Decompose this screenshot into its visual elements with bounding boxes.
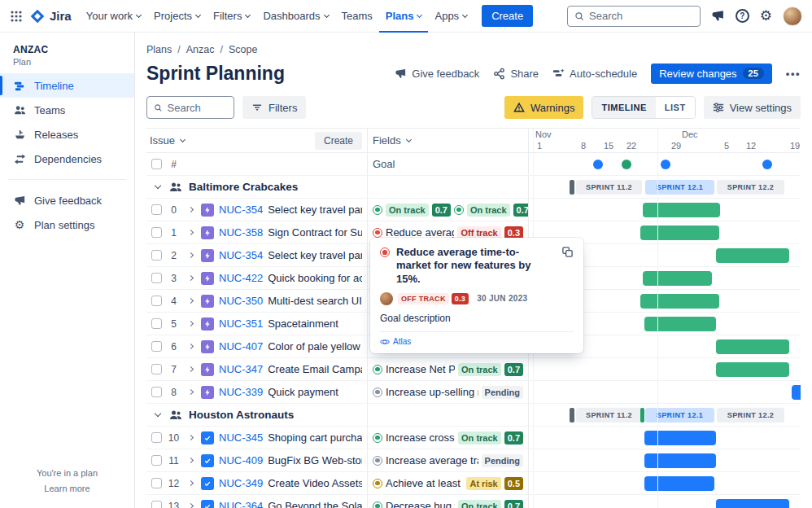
expand-chevron-icon[interactable] (188, 321, 194, 326)
user-avatar[interactable] (783, 7, 802, 26)
collapse-chevron-icon[interactable] (155, 410, 161, 417)
sidebar-item-plan-settings[interactable]: ⚙ Plan settings (0, 212, 134, 237)
goal-owner-avatar[interactable] (380, 292, 393, 305)
collapse-chevron-icon[interactable] (155, 182, 161, 189)
row-checkbox[interactable] (151, 204, 162, 215)
issue-key-link[interactable]: NUC-350 (219, 295, 263, 307)
expand-chevron-icon[interactable] (188, 389, 194, 395)
row-checkbox[interactable] (151, 478, 162, 488)
issue-summary[interactable]: Select key travel partners for t... (268, 249, 362, 261)
issue-row[interactable]: 10 NUC-345 Shoping cart purchasing issue… (146, 427, 801, 449)
issue-summary[interactable]: Select key travel partners for t... (268, 204, 362, 216)
goal-status-badge[interactable]: On track (467, 204, 510, 217)
breadcrumb-plans[interactable]: Plans (146, 44, 172, 55)
row-checkbox[interactable] (151, 273, 162, 283)
atlas-source-link[interactable]: Atlas (380, 337, 574, 347)
issue-key-link[interactable]: NUC-422 (219, 272, 263, 284)
goal-score-badge[interactable]: 0.7 (504, 431, 523, 444)
settings-gear-icon[interactable]: ⚙ (760, 9, 772, 23)
timeline-bar[interactable] (644, 476, 714, 491)
fields-column-header[interactable]: Fields (373, 134, 411, 147)
issue-key-link[interactable]: NUC-345 (219, 431, 263, 444)
view-settings-button[interactable]: View settings (704, 96, 801, 119)
issue-key-link[interactable]: NUC-364 (219, 500, 263, 508)
row-checkbox[interactable] (151, 227, 162, 238)
announcement-icon[interactable] (711, 9, 725, 23)
issue-summary[interactable]: Quick booking for accomodati... (268, 272, 362, 284)
goal-title[interactable]: Increase Net Prom... (386, 363, 455, 375)
goal-status-badge[interactable]: On track (458, 431, 501, 444)
sprint-chip-selected[interactable]: SPRINT 12.1 (645, 408, 714, 423)
issue-row[interactable]: 8 NUC-339 Quick payment Increase up-sell… (146, 381, 801, 404)
grid-create-button[interactable]: Create (315, 132, 362, 150)
milestone-icon[interactable] (593, 160, 603, 169)
issue-search-input[interactable] (168, 102, 227, 114)
goal-status-badge[interactable]: At risk (466, 477, 500, 490)
expand-chevron-icon[interactable] (188, 366, 194, 372)
goal-title[interactable]: Achieve at least 95... (386, 477, 463, 489)
issue-summary[interactable]: Create Video Assets for Saturn... (268, 477, 362, 489)
issue-summary[interactable]: Spacetainment (268, 318, 362, 330)
give-feedback-button[interactable]: Give feedback (395, 68, 479, 80)
copy-icon[interactable] (561, 246, 574, 261)
learn-more-link[interactable]: Learn more (44, 484, 89, 493)
issue-summary[interactable]: Shoping cart purchasing issue... (268, 431, 362, 444)
tab-timeline[interactable]: TIMELINE (592, 97, 655, 118)
sprint-chip-selected[interactable]: SPRINT 12.1 (645, 180, 714, 195)
group-row-houston-astronauts[interactable]: Houston Astronauts SPRINT 11.2 SPRINT 12… (146, 404, 801, 427)
timeline-bar[interactable] (644, 431, 716, 445)
create-button[interactable]: Create (482, 5, 533, 27)
goal-status-badge[interactable]: On track (458, 500, 501, 508)
app-switcher-icon[interactable] (10, 10, 23, 23)
goal-status-badge[interactable]: Pending (482, 454, 523, 467)
expand-chevron-icon[interactable] (188, 435, 194, 440)
tab-list[interactable]: LIST (656, 97, 695, 118)
timeline-bar[interactable] (643, 203, 720, 217)
sidebar-item-teams[interactable]: Teams (0, 98, 134, 122)
timeline-bar[interactable] (716, 248, 789, 263)
issue-summary[interactable]: Go Beyond the Solar System (268, 500, 362, 508)
issue-row[interactable]: 11 NUC-409 BugFix BG Web-store app cra..… (146, 449, 801, 472)
sidebar-item-timeline[interactable]: Timeline (0, 73, 134, 98)
issue-search[interactable] (146, 96, 234, 119)
row-checkbox[interactable] (151, 250, 162, 261)
issue-key-link[interactable]: NUC-358 (219, 226, 263, 239)
issue-summary[interactable]: Quick payment (268, 386, 362, 398)
sprint-chip[interactable]: SPRINT 11.2 (576, 180, 642, 195)
expand-chevron-icon[interactable] (188, 480, 194, 486)
nav-filters[interactable]: Filters (207, 0, 256, 33)
issue-summary[interactable]: Multi-dest search UI web (268, 295, 362, 307)
issue-key-link[interactable]: NUC-354 (219, 204, 263, 216)
nav-your-work[interactable]: Your work (80, 0, 147, 33)
expand-chevron-icon[interactable] (188, 344, 194, 349)
issue-key-link[interactable]: NUC-351 (219, 318, 263, 330)
auto-schedule-button[interactable]: Auto-schedule (552, 68, 637, 80)
expand-chevron-icon[interactable] (188, 503, 194, 508)
expand-chevron-icon[interactable] (188, 230, 194, 235)
timeline-bar[interactable] (716, 499, 789, 508)
expand-chevron-icon[interactable] (188, 207, 194, 212)
goal-status-badge[interactable]: On track (386, 204, 429, 217)
expand-chevron-icon[interactable] (188, 275, 194, 281)
filters-button[interactable]: Filters (242, 96, 306, 119)
issue-row[interactable]: 13 NUC-364 Go Beyond the Solar System De… (146, 495, 801, 508)
issue-key-link[interactable]: NUC-347 (219, 363, 263, 375)
goal-title[interactable]: Increase up-selling rate... (386, 386, 478, 398)
milestone-icon[interactable] (622, 160, 631, 169)
milestone-icon[interactable] (661, 160, 670, 169)
timeline-bar[interactable] (716, 362, 789, 377)
row-checkbox[interactable] (151, 364, 162, 374)
issue-key-link[interactable]: NUC-339 (219, 386, 263, 398)
goal-title[interactable]: Increase average trans... (386, 454, 478, 466)
row-checkbox[interactable] (151, 318, 162, 329)
global-search[interactable] (567, 6, 701, 27)
breadcrumb-anzac[interactable]: Anzac (186, 44, 215, 55)
more-actions-button[interactable]: ••• (786, 68, 801, 80)
goal-status-badge[interactable]: Pending (482, 386, 523, 399)
issue-key-link[interactable]: NUC-349 (219, 477, 263, 489)
jira-logo[interactable]: Jira (29, 8, 72, 24)
review-changes-button[interactable]: Review changes 25 (651, 64, 772, 84)
goal-status-badge[interactable]: On track (458, 363, 501, 376)
issue-key-link[interactable]: NUC-407 (219, 340, 263, 353)
issue-summary[interactable]: Color of pale yellow on our pa... (268, 340, 362, 353)
